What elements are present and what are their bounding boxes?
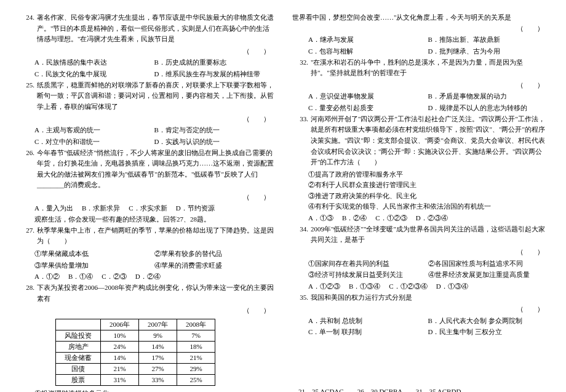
q28-text: 下表为某投资者2006—2008年资产构成比例变化，你认为带来这一变化的主要因素… bbox=[37, 282, 274, 304]
q34-l3: ③经济可持续发展日益受到关注 bbox=[308, 269, 428, 281]
q24-text: 著名作家、民俗专家冯骥才先生提出，春节应该是中华民族最大的非物质文化遗产。"节日… bbox=[37, 12, 274, 45]
q33-l4: ④有利于实现党的领导、人民当家作主和依法治国的有机统一 bbox=[292, 201, 548, 212]
q33-d: D．②③④ bbox=[416, 212, 448, 224]
q32-b: B．矛盾是事物发展的动力 bbox=[428, 90, 548, 102]
q33-c: C．①②③ bbox=[375, 212, 407, 224]
q28-bracket: （ ） bbox=[18, 305, 274, 316]
q26-b: B．求新求异 bbox=[82, 202, 120, 214]
q33-b: B．②④ bbox=[342, 212, 367, 224]
q31-bracket: （ ） bbox=[292, 23, 548, 34]
q24-d: D．维系民族生存与发展的精神纽带 bbox=[154, 68, 274, 80]
q27-b: B．①④ bbox=[68, 271, 93, 282]
q34-lines: ①国家间存在着共同的利益 ②各国国家性质与利益追求不同 ③经济可持续发展日益受到… bbox=[292, 258, 548, 281]
q33-options: A．①③ B．②④ C．①②③ D．②③④ bbox=[292, 212, 548, 224]
q25-bracket: （ ） bbox=[18, 114, 274, 125]
q26-options: A．量入为出 B．求新求异 C．求实求新 D．节约资源 bbox=[18, 202, 274, 214]
q34-text: 2009年"低碳经济""全球变暖"成为世界各国共同关注的话题，这些话题引起大家共… bbox=[311, 224, 548, 246]
q27-num: 27. bbox=[18, 225, 37, 247]
q26-d: D．节约资源 bbox=[176, 202, 215, 214]
q25-b: B．肯定与否定的统一 bbox=[154, 124, 274, 136]
q35-d: D．民主集中制 三权分立 bbox=[428, 326, 548, 338]
q35-options: A．共和制 总统制 B．人民代表大会制 参众两院制 C．单一制 联邦制 D．民主… bbox=[292, 315, 548, 338]
answer-key: 21—25 ACDAC 26—30 DCBBA 31—35 ACBDD bbox=[292, 387, 548, 392]
q26-a: A．量入为出 bbox=[34, 202, 73, 214]
q35-c: C．单一制 联邦制 bbox=[308, 326, 428, 338]
q35-bracket: （ ） bbox=[292, 304, 548, 315]
q31-d: D．批判继承、古为今用 bbox=[428, 46, 548, 57]
q27-options: A．①② B．①④ C．②③ D．②④ bbox=[18, 271, 274, 282]
q25-text: 纸质黑字，稳重而鲜艳的对联增添了新春的喜庆，对联要求上下联要字数相等，断句一致；… bbox=[37, 80, 274, 113]
q31-cont: 世界看中国，梦想空间会改变……"从文化角度上看，今天与明天的关系是 bbox=[292, 12, 548, 23]
q27-l3: ③苹果供给量增加 bbox=[34, 260, 154, 271]
q24-options: A．民族情感的集中表达 B．历史成就的重要标志 C．民族文化的集中展现 D．维系… bbox=[18, 57, 274, 79]
q28-table: 2006年2007年2008年 风险投资10%9%7% 房地产24%14%18%… bbox=[55, 319, 215, 386]
q34-a: A．①②③ bbox=[308, 281, 340, 292]
q35-b: B．人民代表大会制 参众两院制 bbox=[428, 315, 548, 327]
q28-num: 28. bbox=[18, 282, 37, 304]
q34-options: A．①②③ B．①③④ C．①②③④ D．①③④ bbox=[292, 281, 548, 292]
intro-27-28: 观察生活，你会发现一些有趣的经济现象。回答27、28题。 bbox=[18, 214, 274, 225]
q26-text: 今年春节"低碳经济"悄然流行，不少人将家里的废旧物品在网上换成自己需要的年货，台… bbox=[37, 148, 274, 191]
q26-num: 26. bbox=[18, 148, 37, 191]
q34-bracket: （ ） bbox=[292, 247, 548, 258]
q34-l4: ④世界经济发展更加注重提高质量 bbox=[428, 269, 548, 281]
q32-d: D．规律是不以人的意志为转移的 bbox=[428, 102, 548, 114]
q27-l1: ①苹果储藏成本低 bbox=[34, 248, 154, 260]
q32-options: A．意识促进事物发展 B．矛盾是事物发展的动力 C．量变必然引起质变 D．规律是… bbox=[292, 90, 548, 113]
q33-text: 河南邓州开创了"四议两公开"工作法引起社会广泛关注。"四议两公开"工作法，就是所… bbox=[311, 114, 548, 168]
q26-c: C．求实求新 bbox=[129, 202, 167, 214]
q25-num: 25. bbox=[18, 80, 37, 113]
q33-a: A．①③ bbox=[308, 212, 333, 224]
q34-l2: ②各国国家性质与利益追求不同 bbox=[428, 258, 548, 270]
q32-text: "在溪水和岩石的斗争中，胜利的总是溪水，不是因为力量，而是因为坚持"。"坚持就是… bbox=[311, 57, 548, 79]
q32-a: A．意识促进事物发展 bbox=[308, 90, 428, 102]
q27-c: C．②③ bbox=[102, 271, 126, 282]
q27-l4: ④苹果的消费需求旺盛 bbox=[154, 260, 274, 271]
q25-d: D．实践与认识的统一 bbox=[154, 136, 274, 148]
q32-bracket: （ ） bbox=[292, 80, 548, 91]
q31-c: C．包容与相解 bbox=[308, 46, 428, 57]
q34-c: C．①②③④ bbox=[389, 281, 427, 292]
q31-a: A．继承与发展 bbox=[308, 34, 428, 46]
q31-b: B．推陈出新、革故鼎新 bbox=[428, 34, 548, 46]
q26-bracket: （ ） bbox=[18, 192, 274, 203]
q33-num: 33. bbox=[292, 114, 311, 168]
q35-text: 我国和美国的权力运行方式分别是 bbox=[311, 292, 548, 303]
q34-d: D．①③④ bbox=[436, 281, 468, 292]
q33-l1: ①提高了政府的管理和服务水平 bbox=[292, 169, 548, 180]
q24-num: 24. bbox=[18, 12, 37, 45]
q31-options: A．继承与发展 B．推陈出新、革故鼎新 C．包容与相解 D．批判继承、古为今用 bbox=[292, 34, 548, 57]
q27-d: D．②④ bbox=[135, 271, 161, 282]
q35-num: 35. bbox=[292, 292, 311, 303]
q33-l2: ②有利于人民群众直接进行管理民主 bbox=[292, 180, 548, 191]
q34-b: B．①③④ bbox=[349, 281, 380, 292]
q34-num: 34. bbox=[292, 224, 311, 246]
q27-a: A．①② bbox=[34, 271, 60, 282]
q27-lines: ①苹果储藏成本低 ②苹果有较多的替代品 ③苹果供给量增加 ④苹果的消费需求旺盛 bbox=[18, 248, 274, 271]
q27-l2: ②苹果有较多的替代品 bbox=[154, 248, 274, 260]
q25-a: A．主观与客观的统一 bbox=[34, 124, 154, 136]
q34-l1: ①国家间存在着共同的利益 bbox=[308, 258, 428, 270]
q24-b: B．历史成就的重要标志 bbox=[154, 57, 274, 68]
q24-bracket: （ ） bbox=[18, 46, 274, 57]
q25-options: A．主观与客观的统一 B．肯定与否定的统一 C．对立中的和谐统一 D．实践与认识… bbox=[18, 124, 274, 147]
q35-a: A．共和制 总统制 bbox=[308, 315, 428, 327]
q32-c: C．量变必然引起质变 bbox=[308, 102, 428, 114]
q24-c: C．民族文化的集中展现 bbox=[34, 68, 154, 80]
q33-l3: ③推进了政府决策的科学化、民主化 bbox=[292, 191, 548, 202]
q27-text: 秋季苹果集中上市，在产销两旺的季节，苹果的价格却出现了下降趋势。这是因为（ ） bbox=[37, 225, 274, 247]
q32-num: 32. bbox=[292, 57, 311, 79]
q24-a: A．民族情感的集中表达 bbox=[34, 57, 154, 68]
q25-c: C．对立中的和谐统一 bbox=[34, 136, 154, 148]
q28-l1: ①投资理财选择的多元化 bbox=[18, 388, 274, 392]
